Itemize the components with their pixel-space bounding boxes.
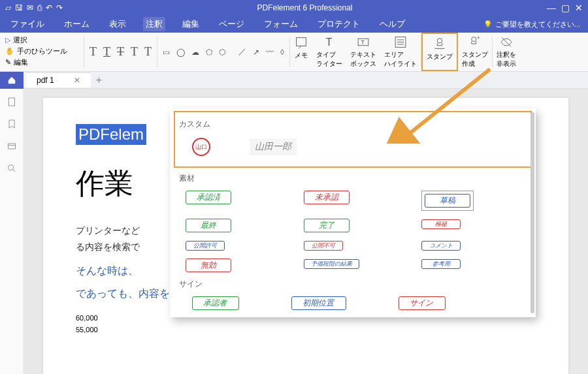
create-stamp-button[interactable]: + スタンプ 作成 [458, 33, 492, 71]
menu-view[interactable]: 表示 [106, 17, 129, 31]
arrow-icon[interactable]: ↗ [253, 48, 259, 57]
underline-icon[interactable]: T [103, 45, 110, 59]
line-icon[interactable]: ／ [238, 46, 246, 57]
svg-point-10 [472, 37, 476, 42]
squiggly-icon[interactable]: T [144, 45, 152, 59]
minimize-button[interactable]: — [547, 3, 556, 13]
stamp-draft[interactable]: 草稿 [425, 194, 470, 208]
cloud-icon[interactable]: ☁ [191, 48, 199, 57]
sidebar [0, 89, 24, 374]
strikethrough-icon[interactable]: T [117, 45, 124, 59]
maximize-button[interactable]: ▢ [561, 3, 570, 13]
document-tab[interactable]: pdf 1 ✕ [26, 72, 91, 87]
hand-tool[interactable]: ✋手のひらツール [5, 46, 78, 56]
create-stamp-icon: + [468, 35, 482, 49]
search-icon[interactable] [7, 163, 17, 174]
caret-icon[interactable]: T [131, 45, 138, 59]
menu-help[interactable]: ヘルプ [377, 17, 408, 31]
app-icon: ▱ [5, 3, 11, 12]
attachments-icon[interactable] [7, 141, 17, 151]
tab-label: pdf 1 [37, 76, 54, 85]
eye-off-icon [499, 35, 514, 49]
menu-comment[interactable]: 注釈 [143, 17, 165, 31]
hanko-stamp[interactable]: 山口 [192, 138, 210, 156]
stamp-approved[interactable]: 承認済 [186, 191, 231, 204]
highlight-icon[interactable]: T [90, 45, 97, 59]
stamp-refonly[interactable]: 参考用 [421, 259, 461, 269]
tell-me[interactable]: 💡 ご要望を教えてください... [483, 20, 580, 29]
svg-rect-0 [297, 38, 306, 46]
memo-icon [294, 35, 308, 50]
connected-icon[interactable]: ⬡ [219, 48, 225, 57]
stamp-unapproved[interactable]: 未承認 [304, 191, 350, 204]
signature-stamp[interactable]: 山田一郎 [250, 138, 297, 155]
bookmark-icon[interactable] [7, 119, 17, 129]
print-icon[interactable]: ⎙ [37, 3, 42, 12]
rect-icon[interactable]: ▭ [163, 48, 170, 57]
close-tab-icon[interactable]: ✕ [74, 76, 80, 85]
stamp-panel: カスタム 山口 山田一郎 素材 承認済 未承認 草稿 最終 完了 極秘 公開許可… [170, 108, 536, 317]
svg-rect-13 [8, 98, 14, 106]
stamp-public-ng[interactable]: 公開不可 [304, 241, 343, 251]
stamp-final[interactable]: 最終 [186, 219, 231, 232]
svg-point-8 [437, 39, 442, 43]
shapes: ▭ ◯ ☁ ⬠ ⬡ ／ ↗ 〰 ◊ [157, 33, 289, 71]
material-stamps: 承認済 未承認 草稿 最終 完了 極秘 公開許可 公開不可 コメント 無効 予備… [179, 188, 527, 275]
polygon-icon[interactable]: ⬠ [206, 48, 212, 57]
stamp-button[interactable]: スタンプ [421, 33, 458, 71]
stamp-approver[interactable]: 承認者 [192, 296, 239, 310]
stamp-prelim[interactable]: 予備段階の結果 [304, 259, 359, 269]
stamp-invalid[interactable]: 無効 [186, 258, 231, 272]
lightbulb-icon: 💡 [483, 20, 493, 29]
menu-file[interactable]: ファイル [8, 17, 47, 31]
save-icon[interactable]: 🖫 [15, 3, 23, 12]
custom-stamps-section: カスタム 山口 山田一郎 [174, 111, 532, 168]
menu-protect[interactable]: プロテクト [315, 17, 363, 31]
stamp-icon [433, 37, 447, 51]
memo-button[interactable]: メモ [290, 33, 312, 71]
menu-edit[interactable]: 編集 [180, 17, 202, 31]
close-button[interactable]: ✕ [575, 3, 583, 13]
tabbar: pdf 1 ✕ + [0, 72, 588, 89]
scrollbar[interactable] [531, 112, 534, 313]
svg-rect-14 [8, 144, 15, 149]
titlebar: ▱ 🖫 ✉ ⎙ ↶ ↷ PDFelement 6 Professional — … [0, 0, 588, 16]
edit-tool[interactable]: ✎編集 [5, 57, 78, 67]
eraser-icon[interactable]: ◊ [280, 48, 284, 57]
new-tab-button[interactable]: + [96, 74, 102, 86]
select-tool[interactable]: ▷選択 [5, 35, 78, 45]
undo-icon[interactable]: ↶ [46, 3, 52, 12]
mail-icon[interactable]: ✉ [27, 3, 33, 12]
ribbon-tools: ▷選択 ✋手のひらツール ✎編集 [0, 33, 84, 71]
quick-access: ▱ 🖫 ✉ ⎙ ↶ ↷ [5, 3, 63, 12]
stamp-secret[interactable]: 極秘 [421, 219, 461, 229]
area-highlight-button[interactable]: エリア ハイライト [380, 33, 421, 71]
window-title: PDFelement 6 Professional [63, 3, 547, 12]
hide-annotations-button[interactable]: 注釈を 非表示 [493, 33, 520, 71]
menu-page[interactable]: ページ [216, 17, 247, 31]
stamp-comment[interactable]: コメント [421, 241, 461, 251]
sign-stamps: 承認者 初期位置 サイン [179, 294, 527, 313]
oval-icon[interactable]: ◯ [176, 48, 185, 57]
selected-text[interactable]: PDFelem [76, 124, 146, 145]
stamp-init[interactable]: 初期位置 [291, 296, 346, 310]
redo-icon[interactable]: ↷ [56, 3, 63, 12]
custom-label: カスタム [179, 119, 527, 130]
svg-line-17 [13, 170, 15, 172]
area-highlight-icon [393, 35, 408, 49]
stamp-public-ok[interactable]: 公開許可 [186, 241, 225, 251]
typewriter-button[interactable]: T タイプ ライター [312, 33, 346, 71]
sign-label: サイン [179, 279, 527, 290]
stamp-complete[interactable]: 完了 [304, 219, 350, 232]
stamp-sign[interactable]: サイン [399, 296, 446, 310]
menu-home[interactable]: ホーム [61, 17, 92, 31]
home-tab[interactable] [0, 72, 24, 89]
tell-me-text: ご要望を教えてください... [495, 20, 580, 29]
text-styles: T T T T T [84, 33, 157, 71]
pencil-icon[interactable]: 〰 [266, 48, 274, 57]
thumbnails-icon[interactable] [7, 97, 17, 107]
textbox-button[interactable]: T テキスト ボックス [346, 33, 380, 71]
menu-form[interactable]: フォーム [261, 17, 301, 31]
svg-text:+: + [477, 35, 480, 41]
window-controls: — ▢ ✕ [547, 3, 583, 13]
